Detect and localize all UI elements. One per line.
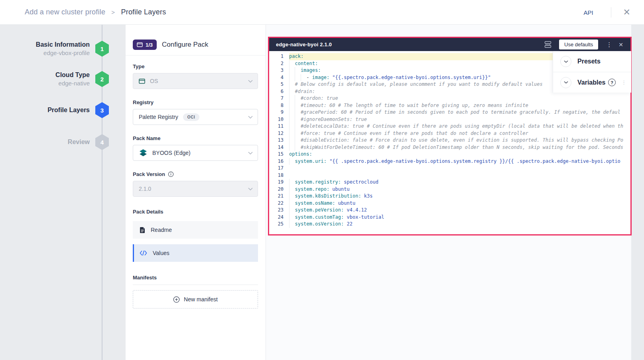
step-labels: Cloud Typeedge-native: [0, 71, 90, 87]
line-number: 11: [269, 123, 289, 130]
type-select[interactable]: OS: [133, 73, 258, 89]
plus-circle-icon: [173, 296, 180, 303]
line-number: 6: [269, 88, 289, 95]
layers-icon: [137, 42, 143, 47]
line-number: 16: [269, 158, 289, 165]
new-manifest-label: New manifest: [184, 296, 218, 303]
pack-name-select[interactable]: BYOOS (Edge): [133, 145, 258, 161]
line-number: 3: [269, 67, 289, 74]
line-number: 9: [269, 109, 289, 116]
stepper-item-profile-layers[interactable]: Profile Layers3: [0, 101, 126, 120]
close-icon[interactable]: ✕: [623, 8, 630, 17]
breadcrumb-separator-icon: >: [111, 9, 115, 16]
pack-version-select[interactable]: 2.1.0: [133, 181, 258, 197]
step-progress-text: 1/3: [146, 42, 153, 48]
manifests-label: Manifests: [133, 275, 258, 281]
code-line: 25system.osVersion: 22: [269, 221, 630, 228]
code-line: 7#cordon: true: [269, 95, 630, 102]
new-manifest-button[interactable]: New manifest: [133, 290, 258, 309]
line-number: 21: [269, 193, 289, 200]
configure-pack-panel: 1/3 Configure Pack Type OS Registry Pale…: [126, 25, 266, 360]
chevron-down-icon: [248, 152, 253, 154]
wizard-stepper: Basic Informationedge-vbox-profile1Cloud…: [0, 25, 126, 360]
readme-file-icon: [140, 227, 145, 233]
compare-editor-icon[interactable]: [544, 41, 552, 48]
help-icon[interactable]: ?: [608, 79, 616, 86]
code-line: 13#disableEviction: false # Force drain …: [269, 137, 630, 144]
code-line: 24system.customTag: vbox-tutorial: [269, 214, 630, 221]
os-icon: [139, 79, 145, 84]
kebab-menu-icon[interactable]: ⋮: [606, 42, 612, 47]
code-line: 17: [269, 165, 630, 172]
step-labels: Profile Layers: [0, 106, 90, 115]
step-labels: Review: [0, 138, 90, 146]
editor-side-panel: Presets Variables ? ⋮: [553, 51, 631, 93]
byoos-pack-icon: [139, 148, 148, 157]
stepper-item-basic-information[interactable]: Basic Informationedge-vbox-profile1: [0, 39, 126, 58]
registry-select[interactable]: Palette Registry OCI: [133, 109, 258, 125]
line-number: 17: [269, 165, 289, 172]
stepper-item-cloud-type[interactable]: Cloud Typeedge-native2: [0, 69, 126, 89]
variables-section-toggle[interactable]: Variables ? ⋮: [553, 72, 631, 93]
step-subtitle: edge-native: [0, 79, 90, 87]
code-line: 15options:: [269, 151, 630, 158]
top-header: Add a new cluster profile > Profile Laye…: [0, 0, 644, 25]
code-line: 22system.osName: ubuntu: [269, 200, 630, 207]
type-label: Type: [133, 63, 258, 69]
code-line: 10#ignoreDaemonSets: true: [269, 116, 630, 123]
line-number: 5: [269, 81, 289, 88]
line-number: 14: [269, 144, 289, 151]
header-divider: [611, 7, 611, 18]
step-number-badge: 1: [95, 41, 109, 57]
step-title: Profile Layers: [0, 106, 90, 115]
info-icon[interactable]: [168, 171, 174, 177]
type-value: OS: [150, 78, 158, 84]
line-number: 12: [269, 130, 289, 137]
page-background: [631, 25, 644, 360]
line-number: 22: [269, 200, 289, 207]
code-line: 14#skipWaitForDeleteTimeout: 60 # If pod…: [269, 144, 630, 151]
line-number: 19: [269, 179, 289, 186]
readme-tab[interactable]: Readme: [133, 221, 258, 239]
step-title: Review: [0, 138, 90, 146]
step-subtitle: edge-vbox-profile: [0, 49, 90, 57]
line-number: 18: [269, 172, 289, 179]
editor-header: edge-native-byoi 2.1.0 Use defaults ⋮ ✕: [269, 38, 630, 51]
breadcrumb: Add a new cluster profile > Profile Laye…: [25, 8, 166, 16]
code-line: 9#gracePeriod: 60 # Period of time in se…: [269, 109, 630, 116]
stepper-item-review[interactable]: Review4: [0, 133, 126, 152]
presets-section-toggle[interactable]: Presets: [553, 51, 631, 72]
registry-value: Palette Registry: [139, 114, 178, 120]
api-button[interactable]: API: [583, 9, 593, 16]
pack-details-label: Pack Details: [133, 209, 258, 215]
code-line: 23system.peVersion: v4.4.12: [269, 207, 630, 214]
editor-close-icon[interactable]: ✕: [618, 42, 623, 47]
chevron-down-icon: [248, 80, 253, 83]
use-defaults-button[interactable]: Use defaults: [559, 40, 598, 49]
step-title: Basic Information: [0, 40, 90, 49]
line-number: 23: [269, 207, 289, 214]
oci-badge: OCI: [183, 113, 200, 121]
values-tab[interactable]: Values: [133, 244, 258, 262]
line-number: 4: [269, 74, 289, 81]
step-progress-badge: 1/3: [133, 40, 157, 50]
manifests-divider: [133, 285, 258, 285]
values-label: Values: [153, 250, 169, 256]
chevron-down-icon[interactable]: [560, 56, 571, 67]
code-line: 11#deleteLocalData: true # Continue even…: [269, 123, 630, 130]
kebab-menu-icon[interactable]: ⋮: [621, 80, 626, 85]
pack-version-label: Pack Version: [133, 171, 258, 177]
line-number: 13: [269, 137, 289, 144]
code-line: 21system.k8sDistribution: k3s: [269, 193, 630, 200]
breadcrumb-previous[interactable]: Add a new cluster profile: [25, 8, 105, 16]
line-number: 8: [269, 102, 289, 109]
editor-pack-title: edge-native-byoi 2.1.0: [276, 42, 537, 47]
page: Add a new cluster profile > Profile Laye…: [0, 0, 644, 360]
line-number: 10: [269, 116, 289, 123]
chevron-down-icon[interactable]: [560, 77, 571, 88]
code-line: 19system.registry: spectrocloud: [269, 179, 630, 186]
code-icon: [140, 250, 147, 256]
line-number: 25: [269, 221, 289, 228]
line-number: 24: [269, 214, 289, 221]
step-title: Cloud Type: [0, 71, 90, 79]
